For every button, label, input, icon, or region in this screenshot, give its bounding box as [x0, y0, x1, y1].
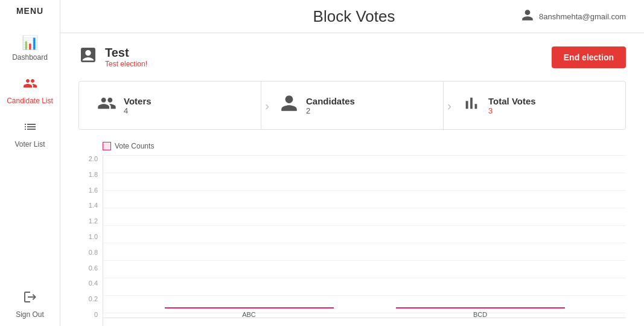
- bars-area: ABC BCD: [103, 155, 626, 318]
- voters-label: Voters: [124, 96, 151, 106]
- candidates-info: Candidates 2: [306, 96, 355, 115]
- bar-label-bcd: BCD: [473, 311, 487, 318]
- sidebar-item-voter-list-label: Voter List: [14, 140, 45, 149]
- voter-list-icon: [23, 120, 37, 138]
- y-label-18: 1.8: [89, 171, 98, 178]
- y-label-14: 1.4: [89, 202, 98, 209]
- total-votes-info: Total Votes 3: [488, 96, 536, 115]
- total-votes-label: Total Votes: [488, 96, 536, 106]
- sidebar-item-voter-list[interactable]: Voter List: [0, 112, 60, 156]
- app-title: Block Votes: [187, 7, 521, 26]
- stat-candidates: Candidates 2 ›: [261, 82, 444, 129]
- menu-title: MENU: [16, 6, 43, 16]
- chart-area: 2.0 1.8 1.6 1.4 1.2 1.0 0.8 0.6 0.4 0.2 …: [78, 155, 626, 326]
- end-election-button[interactable]: End election: [552, 46, 626, 68]
- chart-container: Vote Counts 2.0 1.8 1.6 1.4 1.2 1.0 0.8 …: [78, 142, 626, 326]
- candidates-value: 2: [306, 106, 355, 115]
- election-details: Test Test election!: [105, 46, 147, 68]
- arrow-icon-2: ›: [447, 98, 451, 112]
- chart-plot: ABC BCD: [103, 155, 626, 326]
- bar-abc: [165, 307, 334, 308]
- candidate-list-icon: [23, 76, 37, 94]
- user-email: 8anshmehta@gmail.com: [539, 12, 626, 21]
- y-label-10: 1.0: [89, 233, 98, 240]
- sidebar-item-candidate-list[interactable]: Candidate List: [0, 69, 60, 112]
- voters-info: Voters 4: [124, 96, 151, 115]
- legend-color-swatch: [103, 142, 111, 150]
- bar-group-abc: ABC: [165, 307, 334, 318]
- bar-bcd: [396, 307, 565, 308]
- y-axis: 2.0 1.8 1.6 1.4 1.2 1.0 0.8 0.6 0.4 0.2 …: [78, 155, 103, 326]
- voters-value: 4: [124, 106, 151, 115]
- user-info: 8anshmehta@gmail.com: [521, 8, 626, 25]
- chart-legend: Vote Counts: [103, 142, 626, 150]
- y-label-02: 0.2: [89, 295, 98, 302]
- sidebar-item-dashboard[interactable]: 📊 Dashboard: [0, 28, 60, 69]
- y-label-06: 0.6: [89, 264, 98, 272]
- main-content: Block Votes 8anshmehta@gmail.com Test: [60, 0, 644, 326]
- sidebar-item-candidate-list-label: Candidate List: [7, 97, 53, 105]
- stat-voters: Voters 4 ›: [79, 82, 261, 129]
- election-bar: Test Test election! End election: [78, 45, 626, 69]
- election-description: Test election!: [105, 60, 147, 68]
- bar-group-bcd: BCD: [396, 307, 565, 318]
- stat-total-votes: Total Votes 3: [444, 82, 625, 129]
- sign-out-icon: [23, 290, 37, 308]
- total-votes-icon: [462, 94, 481, 117]
- sidebar-item-sign-out-label: Sign Out: [16, 310, 44, 319]
- header: Block Votes 8anshmehta@gmail.com: [60, 0, 644, 33]
- sidebar-item-dashboard-label: Dashboard: [12, 53, 48, 62]
- candidates-label: Candidates: [306, 96, 355, 106]
- voters-icon: [97, 94, 116, 117]
- election-name: Test: [105, 46, 147, 60]
- sidebar: MENU 📊 Dashboard Candidate List Voter Li…: [0, 0, 60, 326]
- bar-label-abc: ABC: [242, 311, 256, 318]
- y-label-16: 1.6: [89, 187, 98, 194]
- y-label-0: 0: [94, 311, 98, 318]
- total-votes-value: 3: [488, 106, 536, 115]
- stats-row: Voters 4 › Candidates 2 ›: [78, 81, 626, 130]
- y-label-20: 2.0: [89, 155, 98, 162]
- y-label-12: 1.2: [89, 217, 98, 225]
- election-info: Test Test election!: [78, 45, 147, 69]
- y-label-08: 0.8: [89, 249, 98, 256]
- sidebar-item-sign-out[interactable]: Sign Out: [0, 283, 60, 326]
- content-area: Test Test election! End election Voters …: [60, 33, 644, 326]
- arrow-icon-1: ›: [265, 98, 269, 112]
- y-label-04: 0.4: [89, 280, 98, 287]
- candidates-icon: [279, 94, 299, 117]
- dashboard-icon: 📊: [22, 35, 38, 51]
- user-icon: [521, 8, 534, 25]
- election-icon: [78, 45, 98, 69]
- legend-label: Vote Counts: [115, 142, 154, 150]
